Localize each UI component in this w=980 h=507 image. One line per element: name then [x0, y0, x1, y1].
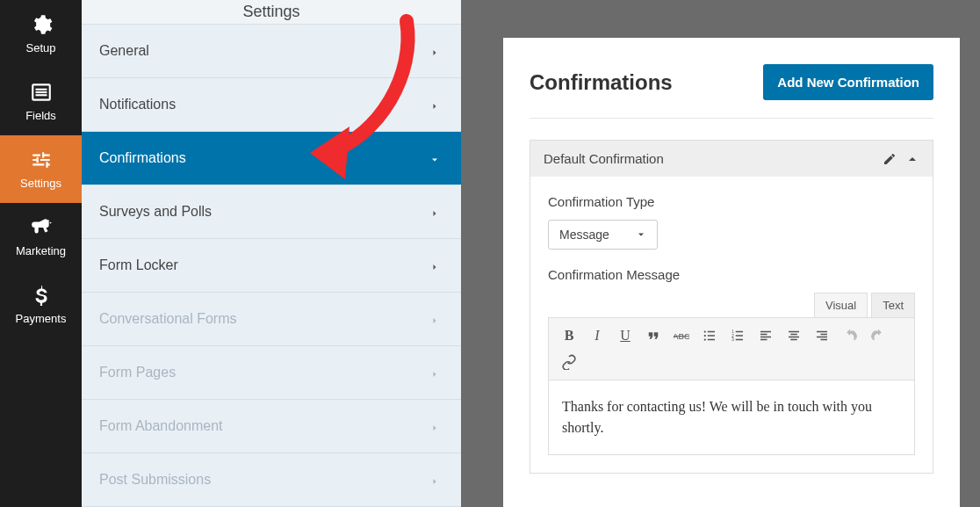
svg-rect-16: [736, 339, 743, 341]
svg-rect-18: [760, 334, 767, 336]
align-left-button[interactable]: [753, 323, 779, 348]
settings-item-label: Surveys and Polls: [99, 204, 212, 220]
numbered-list-button[interactable]: 123: [724, 323, 751, 348]
settings-item-label: Conversational Forms: [99, 311, 237, 327]
editor-toolbar: B I U ABC 123: [548, 317, 915, 380]
blockquote-button[interactable]: [640, 323, 667, 348]
settings-item-label: Form Pages: [99, 365, 176, 380]
editor-content[interactable]: Thanks for contacting us! We will be in …: [548, 380, 915, 455]
confirmation-box-title: Default Confirmation: [544, 151, 874, 166]
settings-item-form-locker[interactable]: Form Locker: [82, 239, 461, 293]
undo-button[interactable]: [837, 323, 863, 348]
svg-rect-9: [708, 335, 715, 337]
fields-icon: [30, 81, 53, 104]
main-area: Confirmations Add New Confirmation Defau…: [461, 0, 980, 507]
rail-item-payments[interactable]: Payments: [0, 271, 82, 338]
settings-column: Settings General Notifications Confirmat…: [82, 0, 461, 507]
confirmation-message-label: Confirmation Message: [548, 267, 915, 282]
collapse-icon[interactable]: [905, 152, 919, 166]
align-right-button[interactable]: [809, 323, 835, 348]
svg-rect-20: [760, 339, 767, 341]
chevron-down-icon: [636, 229, 646, 240]
chevron-right-icon: [429, 99, 440, 110]
chevron-right-icon: [429, 314, 440, 324]
svg-rect-22: [790, 334, 797, 336]
rail-item-marketing[interactable]: Marketing: [0, 203, 82, 271]
rail-label: Payments: [16, 312, 67, 325]
settings-item-label: Confirmations: [99, 150, 186, 166]
confirmation-box: Default Confirmation Confirmation Type M…: [530, 140, 933, 474]
add-new-confirmation-button[interactable]: Add New Confirmation: [763, 64, 933, 100]
dollar-icon: [30, 284, 53, 307]
edit-icon[interactable]: [883, 152, 897, 166]
panel-header: Confirmations Add New Confirmation: [530, 64, 933, 119]
svg-rect-10: [708, 339, 715, 341]
settings-item-general[interactable]: General: [82, 25, 461, 78]
svg-rect-23: [789, 337, 799, 338]
gear-icon: [30, 13, 53, 36]
settings-item-label: Form Locker: [99, 257, 178, 273]
rail-item-settings[interactable]: Settings: [0, 135, 82, 203]
editor-tabs: Visual Text: [548, 293, 915, 317]
link-button[interactable]: [556, 350, 582, 374]
bullhorn-icon: [30, 216, 53, 239]
svg-rect-19: [760, 337, 771, 338]
settings-item-label: Notifications: [99, 97, 176, 112]
rail-label: Fields: [25, 109, 56, 122]
svg-rect-26: [821, 334, 828, 336]
svg-rect-28: [821, 339, 828, 341]
editor-tab-visual[interactable]: Visual: [814, 293, 868, 317]
svg-point-5: [704, 330, 706, 332]
redo-button[interactable]: [865, 323, 891, 348]
svg-rect-15: [736, 335, 743, 337]
settings-item-label: Post Submissions: [99, 472, 211, 488]
settings-item-surveys[interactable]: Surveys and Polls: [82, 185, 461, 239]
rail-item-setup[interactable]: Setup: [0, 0, 82, 68]
settings-item-label: Form Abandonment: [99, 418, 223, 434]
chevron-right-icon: [429, 367, 440, 378]
svg-rect-25: [817, 331, 827, 333]
italic-button[interactable]: I: [584, 323, 610, 348]
settings-item-notifications[interactable]: Notifications: [82, 78, 461, 132]
rail-item-fields[interactable]: Fields: [0, 68, 82, 135]
svg-rect-24: [790, 339, 797, 341]
settings-item-form-abandonment[interactable]: Form Abandonment: [82, 400, 461, 453]
svg-rect-21: [789, 331, 799, 333]
settings-item-form-pages[interactable]: Form Pages: [82, 346, 461, 400]
select-value: Message: [559, 228, 609, 242]
chevron-down-icon: [429, 153, 440, 163]
settings-header: Settings: [82, 0, 461, 25]
settings-item-confirmations[interactable]: Confirmations: [82, 132, 461, 185]
chevron-right-icon: [429, 474, 440, 485]
rail-label: Setup: [26, 41, 56, 54]
chevron-right-icon: [429, 421, 440, 431]
svg-point-6: [704, 335, 706, 337]
svg-rect-14: [736, 331, 743, 333]
strikethrough-button[interactable]: ABC: [668, 323, 695, 348]
align-center-button[interactable]: [781, 323, 807, 348]
svg-rect-17: [760, 331, 771, 333]
settings-item-post-submissions[interactable]: Post Submissions: [82, 453, 461, 507]
svg-rect-27: [817, 337, 827, 338]
editor-wrap: Visual Text B I U ABC 123: [548, 293, 915, 455]
svg-text:ABC: ABC: [674, 331, 689, 341]
page-title: Confirmations: [530, 70, 673, 95]
bold-button[interactable]: B: [556, 323, 582, 348]
settings-item-conversational-forms[interactable]: Conversational Forms: [82, 293, 461, 346]
confirmation-type-label: Confirmation Type: [548, 194, 915, 209]
settings-item-label: General: [99, 43, 149, 59]
svg-rect-8: [708, 331, 715, 333]
chevron-right-icon: [429, 260, 440, 271]
svg-text:3: 3: [731, 337, 734, 342]
sliders-icon: [30, 148, 53, 171]
confirmation-box-body: Confirmation Type Message Confirmation M…: [530, 177, 933, 473]
main-panel: Confirmations Add New Confirmation Defau…: [503, 38, 960, 507]
rail-label: Marketing: [16, 244, 66, 257]
svg-point-7: [704, 338, 706, 340]
editor-tab-text[interactable]: Text: [871, 293, 915, 317]
bulleted-list-button[interactable]: [696, 323, 723, 348]
settings-list: General Notifications Confirmations Surv…: [82, 25, 461, 507]
underline-button[interactable]: U: [612, 323, 638, 348]
confirmation-type-select[interactable]: Message: [548, 220, 658, 250]
rail-label: Settings: [20, 177, 61, 190]
